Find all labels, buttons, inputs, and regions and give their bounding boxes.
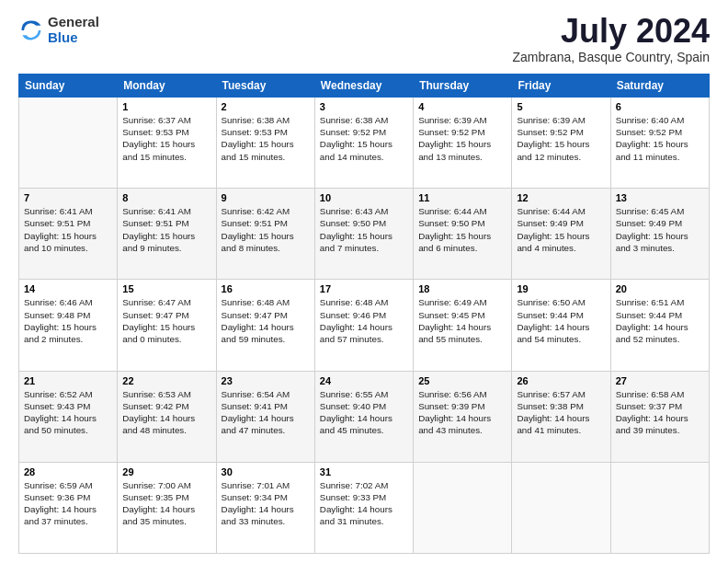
logo-general-text: General xyxy=(48,14,99,29)
day-number: 31 xyxy=(320,466,408,477)
calendar-cell: 21Sunrise: 6:52 AM Sunset: 9:43 PM Dayli… xyxy=(19,371,118,462)
calendar-cell: 10Sunrise: 6:43 AM Sunset: 9:50 PM Dayli… xyxy=(314,189,413,280)
day-info: Sunrise: 6:45 AM Sunset: 9:49 PM Dayligh… xyxy=(616,205,704,254)
day-info: Sunrise: 6:53 AM Sunset: 9:42 PM Dayligh… xyxy=(122,388,210,437)
day-info: Sunrise: 7:01 AM Sunset: 9:34 PM Dayligh… xyxy=(222,479,310,528)
calendar-cell xyxy=(414,462,512,553)
logo-icon xyxy=(18,17,44,43)
calendar-week-3: 14Sunrise: 6:46 AM Sunset: 9:48 PM Dayli… xyxy=(19,280,710,371)
calendar-table: Sunday Monday Tuesday Wednesday Thursday… xyxy=(18,74,710,554)
calendar-cell: 2Sunrise: 6:38 AM Sunset: 9:53 PM Daylig… xyxy=(216,98,314,189)
day-info: Sunrise: 6:47 AM Sunset: 9:47 PM Dayligh… xyxy=(122,296,210,345)
calendar-cell: 27Sunrise: 6:58 AM Sunset: 9:37 PM Dayli… xyxy=(610,371,709,462)
day-info: Sunrise: 6:51 AM Sunset: 9:44 PM Dayligh… xyxy=(616,296,704,345)
day-info: Sunrise: 6:37 AM Sunset: 9:53 PM Dayligh… xyxy=(122,114,210,163)
day-info: Sunrise: 6:44 AM Sunset: 9:49 PM Dayligh… xyxy=(517,205,605,254)
calendar-cell: 13Sunrise: 6:45 AM Sunset: 9:49 PM Dayli… xyxy=(610,189,709,280)
logo-blue-text: Blue xyxy=(48,29,78,45)
calendar-cell: 9Sunrise: 6:42 AM Sunset: 9:51 PM Daylig… xyxy=(216,189,314,280)
calendar-header-row: Sunday Monday Tuesday Wednesday Thursday… xyxy=(19,75,710,98)
calendar-cell: 15Sunrise: 6:47 AM Sunset: 9:47 PM Dayli… xyxy=(118,280,216,371)
day-info: Sunrise: 6:39 AM Sunset: 9:52 PM Dayligh… xyxy=(418,114,506,163)
col-saturday: Saturday xyxy=(610,75,709,98)
calendar-cell: 26Sunrise: 6:57 AM Sunset: 9:38 PM Dayli… xyxy=(512,371,610,462)
day-number: 9 xyxy=(222,192,310,203)
day-info: Sunrise: 6:56 AM Sunset: 9:39 PM Dayligh… xyxy=(418,388,506,437)
day-info: Sunrise: 7:00 AM Sunset: 9:35 PM Dayligh… xyxy=(122,479,210,528)
day-info: Sunrise: 7:02 AM Sunset: 9:33 PM Dayligh… xyxy=(320,479,408,528)
day-number: 29 xyxy=(122,466,210,477)
col-monday: Monday xyxy=(118,75,216,98)
calendar-week-1: 1Sunrise: 6:37 AM Sunset: 9:53 PM Daylig… xyxy=(19,98,710,189)
day-number: 3 xyxy=(320,101,408,112)
day-number: 10 xyxy=(320,192,408,203)
calendar-cell: 1Sunrise: 6:37 AM Sunset: 9:53 PM Daylig… xyxy=(118,98,216,189)
day-number: 6 xyxy=(616,101,704,112)
calendar-cell: 23Sunrise: 6:54 AM Sunset: 9:41 PM Dayli… xyxy=(216,371,314,462)
day-number: 15 xyxy=(122,283,210,294)
calendar-cell xyxy=(610,462,709,553)
col-thursday: Thursday xyxy=(414,75,512,98)
day-info: Sunrise: 6:57 AM Sunset: 9:38 PM Dayligh… xyxy=(517,388,605,437)
day-number: 27 xyxy=(616,375,704,386)
calendar-cell: 29Sunrise: 7:00 AM Sunset: 9:35 PM Dayli… xyxy=(118,462,216,553)
calendar-cell: 16Sunrise: 6:48 AM Sunset: 9:47 PM Dayli… xyxy=(216,280,314,371)
day-number: 4 xyxy=(418,101,506,112)
calendar-cell: 11Sunrise: 6:44 AM Sunset: 9:50 PM Dayli… xyxy=(414,189,512,280)
calendar-week-5: 28Sunrise: 6:59 AM Sunset: 9:36 PM Dayli… xyxy=(19,462,710,553)
day-number: 23 xyxy=(222,375,310,386)
day-info: Sunrise: 6:59 AM Sunset: 9:36 PM Dayligh… xyxy=(24,479,112,528)
calendar-cell: 7Sunrise: 6:41 AM Sunset: 9:51 PM Daylig… xyxy=(19,189,118,280)
calendar-week-4: 21Sunrise: 6:52 AM Sunset: 9:43 PM Dayli… xyxy=(19,371,710,462)
logo: General Blue xyxy=(18,15,99,45)
day-info: Sunrise: 6:40 AM Sunset: 9:52 PM Dayligh… xyxy=(616,114,704,163)
page: General Blue July 2024 Zambrana, Basque … xyxy=(0,0,728,563)
day-info: Sunrise: 6:55 AM Sunset: 9:40 PM Dayligh… xyxy=(320,388,408,437)
day-number: 21 xyxy=(24,375,112,386)
day-number: 2 xyxy=(222,101,310,112)
day-number: 5 xyxy=(517,101,605,112)
day-number: 26 xyxy=(517,375,605,386)
day-number: 24 xyxy=(320,375,408,386)
col-friday: Friday xyxy=(512,75,610,98)
day-info: Sunrise: 6:44 AM Sunset: 9:50 PM Dayligh… xyxy=(418,205,506,254)
day-info: Sunrise: 6:46 AM Sunset: 9:48 PM Dayligh… xyxy=(24,296,112,345)
col-wednesday: Wednesday xyxy=(314,75,413,98)
day-number: 17 xyxy=(320,283,408,294)
calendar-cell: 5Sunrise: 6:39 AM Sunset: 9:52 PM Daylig… xyxy=(512,98,610,189)
calendar-cell: 12Sunrise: 6:44 AM Sunset: 9:49 PM Dayli… xyxy=(512,189,610,280)
day-info: Sunrise: 6:49 AM Sunset: 9:45 PM Dayligh… xyxy=(418,296,506,345)
calendar-cell: 19Sunrise: 6:50 AM Sunset: 9:44 PM Dayli… xyxy=(512,280,610,371)
calendar-cell: 20Sunrise: 6:51 AM Sunset: 9:44 PM Dayli… xyxy=(610,280,709,371)
day-number: 30 xyxy=(222,466,310,477)
calendar-cell xyxy=(512,462,610,553)
day-number: 12 xyxy=(517,192,605,203)
day-info: Sunrise: 6:58 AM Sunset: 9:37 PM Dayligh… xyxy=(616,388,704,437)
day-number: 25 xyxy=(418,375,506,386)
calendar-cell: 25Sunrise: 6:56 AM Sunset: 9:39 PM Dayli… xyxy=(414,371,512,462)
day-info: Sunrise: 6:48 AM Sunset: 9:46 PM Dayligh… xyxy=(320,296,408,345)
calendar-cell: 6Sunrise: 6:40 AM Sunset: 9:52 PM Daylig… xyxy=(610,98,709,189)
calendar-cell: 22Sunrise: 6:53 AM Sunset: 9:42 PM Dayli… xyxy=(118,371,216,462)
day-info: Sunrise: 6:48 AM Sunset: 9:47 PM Dayligh… xyxy=(222,296,310,345)
calendar-week-2: 7Sunrise: 6:41 AM Sunset: 9:51 PM Daylig… xyxy=(19,189,710,280)
day-number: 22 xyxy=(122,375,210,386)
day-info: Sunrise: 6:50 AM Sunset: 9:44 PM Dayligh… xyxy=(517,296,605,345)
calendar-cell: 24Sunrise: 6:55 AM Sunset: 9:40 PM Dayli… xyxy=(314,371,413,462)
day-info: Sunrise: 6:39 AM Sunset: 9:52 PM Dayligh… xyxy=(517,114,605,163)
calendar-cell xyxy=(19,98,118,189)
calendar-cell: 31Sunrise: 7:02 AM Sunset: 9:33 PM Dayli… xyxy=(314,462,413,553)
day-number: 16 xyxy=(222,283,310,294)
day-info: Sunrise: 6:38 AM Sunset: 9:52 PM Dayligh… xyxy=(320,114,408,163)
col-sunday: Sunday xyxy=(19,75,118,98)
col-tuesday: Tuesday xyxy=(216,75,314,98)
title-block: July 2024 Zambrana, Basque Country, Spai… xyxy=(512,15,710,64)
day-info: Sunrise: 6:38 AM Sunset: 9:53 PM Dayligh… xyxy=(222,114,310,163)
calendar-cell: 14Sunrise: 6:46 AM Sunset: 9:48 PM Dayli… xyxy=(19,280,118,371)
day-number: 7 xyxy=(24,192,112,203)
calendar-cell: 28Sunrise: 6:59 AM Sunset: 9:36 PM Dayli… xyxy=(19,462,118,553)
day-info: Sunrise: 6:41 AM Sunset: 9:51 PM Dayligh… xyxy=(24,205,112,254)
month-title: July 2024 xyxy=(512,15,710,48)
calendar-cell: 18Sunrise: 6:49 AM Sunset: 9:45 PM Dayli… xyxy=(414,280,512,371)
day-number: 14 xyxy=(24,283,112,294)
